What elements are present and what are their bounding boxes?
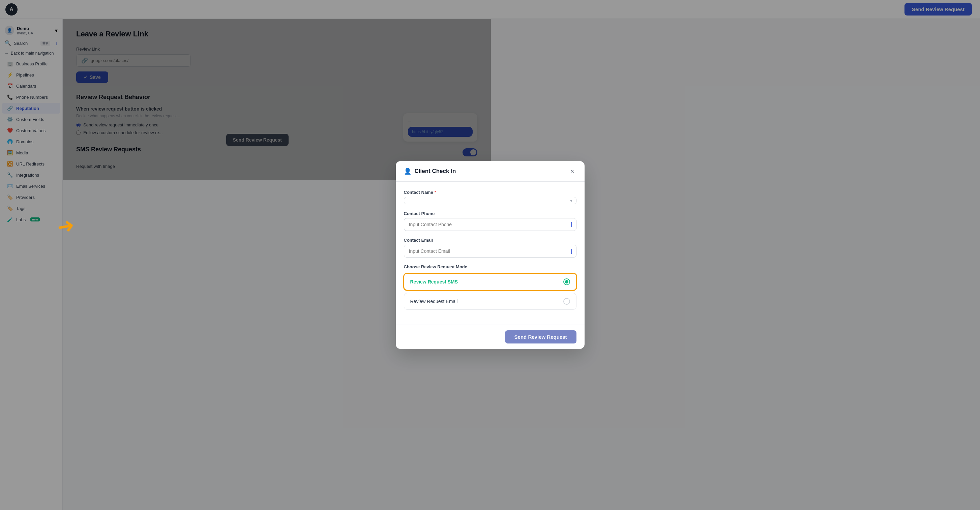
arrow-annotation: ➜ (55, 213, 76, 239)
contact-phone-field: Contact Phone | (404, 211, 491, 231)
modal-overlay: ➜ 👤 Client Check In × Contact Name * ▾ (0, 0, 491, 255)
modal-body: Contact Name * ▾ Contact Phone | (396, 182, 491, 255)
contact-email-wrapper: | (404, 245, 491, 255)
contact-name-wrapper: ▾ (404, 197, 491, 204)
modal-title-row: 👤 Client Check In (404, 168, 456, 175)
contact-phone-input[interactable] (404, 218, 491, 231)
person-icon: 👤 (404, 168, 411, 175)
contact-phone-wrapper: | (404, 218, 491, 231)
client-check-in-modal: 👤 Client Check In × Contact Name * ▾ (396, 161, 491, 255)
contact-name-field: Contact Name * ▾ (404, 190, 491, 204)
contact-email-input[interactable] (404, 245, 491, 255)
modal-title: Client Check In (415, 168, 456, 175)
required-indicator: * (434, 190, 436, 195)
contact-email-field: Contact Email | (404, 238, 491, 255)
contact-name-input[interactable]: ▾ (404, 197, 491, 204)
contact-email-label: Contact Email (404, 238, 491, 243)
contact-phone-label: Contact Phone (404, 211, 491, 216)
contact-name-label: Contact Name * (404, 190, 491, 195)
modal-header: 👤 Client Check In × (396, 161, 491, 182)
